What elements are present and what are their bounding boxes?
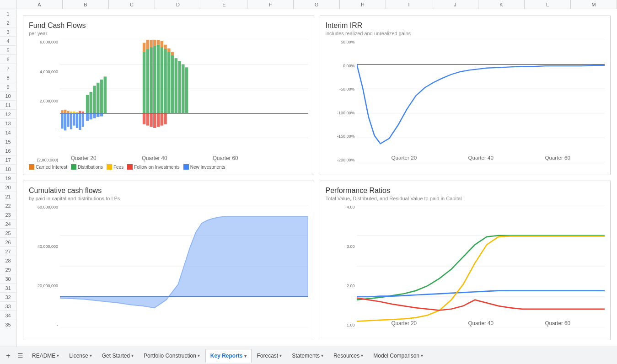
row-num-9[interactable]: 9 bbox=[0, 82, 16, 91]
col-header-G[interactable]: G bbox=[294, 0, 340, 9]
row-num-6[interactable]: 6 bbox=[0, 55, 16, 64]
col-header-D[interactable]: D bbox=[155, 0, 201, 9]
irr-svg: Quarter 20 Quarter 40 Quarter 60 bbox=[357, 40, 605, 162]
tab-dropdown-6[interactable]: ▾ bbox=[321, 353, 323, 358]
row-num-22[interactable]: 22 bbox=[0, 201, 16, 210]
tab-statements[interactable]: Statements ▾ bbox=[287, 349, 328, 363]
svg-rect-28 bbox=[90, 113, 92, 119]
row-num-27[interactable]: 27 bbox=[0, 247, 16, 256]
svg-rect-58 bbox=[157, 113, 160, 127]
row-num-5[interactable]: 5 bbox=[0, 46, 16, 55]
tab-dropdown-5[interactable]: ▾ bbox=[279, 353, 282, 358]
col-header-L[interactable]: L bbox=[525, 0, 571, 9]
row-num-12[interactable]: 12 bbox=[0, 110, 16, 119]
col-header-J[interactable]: J bbox=[432, 0, 478, 9]
row-num-2[interactable]: 2 bbox=[0, 18, 16, 27]
tab-license[interactable]: License ▾ bbox=[64, 349, 96, 363]
performance-ratios-chart: Performance Ratios Total Value, Distribu… bbox=[320, 181, 611, 340]
svg-rect-43 bbox=[182, 64, 184, 113]
row-num-32[interactable]: 32 bbox=[0, 293, 16, 302]
add-tab-button[interactable]: + bbox=[2, 349, 15, 362]
perf-ratios-inner: 4.00 3.00 2.00 1.00 bbox=[326, 205, 605, 327]
row-num-14[interactable]: 14 bbox=[0, 128, 16, 137]
row-num-1[interactable]: 1 bbox=[0, 9, 16, 18]
svg-rect-26 bbox=[104, 76, 107, 113]
svg-rect-57 bbox=[153, 113, 156, 128]
fund-cash-flows-chart: Fund Cash Flows per year 6,000,000 4,000… bbox=[23, 16, 314, 175]
tab-menu-button[interactable]: ☰ bbox=[15, 349, 26, 362]
row-num-35[interactable]: 35 bbox=[0, 320, 16, 329]
row-num-11[interactable]: 11 bbox=[0, 101, 16, 110]
svg-rect-16 bbox=[70, 112, 72, 113]
tab-dropdown-0[interactable]: ▾ bbox=[57, 353, 59, 358]
tab-dropdown-1[interactable]: ▾ bbox=[90, 353, 92, 358]
row-num-28[interactable]: 28 bbox=[0, 256, 16, 265]
row-num-34[interactable]: 34 bbox=[0, 311, 16, 320]
row-num-25[interactable]: 25 bbox=[0, 229, 16, 238]
row-num-19[interactable]: 19 bbox=[0, 174, 16, 183]
cumulative-cf-subtitle: by paid in capital and distributions to … bbox=[29, 196, 308, 201]
svg-rect-14 bbox=[64, 110, 66, 113]
svg-text:Quarter 20: Quarter 20 bbox=[71, 155, 97, 161]
col-header-A[interactable]: A bbox=[16, 0, 63, 9]
perf-ratios-title: Performance Ratios bbox=[326, 187, 605, 195]
row-num-8[interactable]: 8 bbox=[0, 73, 16, 82]
tab-key-reports[interactable]: Key Reports ▾ bbox=[205, 349, 252, 363]
cumcf-svg bbox=[60, 205, 308, 327]
row-num-21[interactable]: 21 bbox=[0, 192, 16, 201]
row-num-30[interactable]: 30 bbox=[0, 274, 16, 284]
col-header-B[interactable]: B bbox=[63, 0, 109, 9]
tab-dropdown-7[interactable]: ▾ bbox=[361, 353, 363, 358]
row-numbers: 1234567891011121314151617181920212223242… bbox=[0, 9, 16, 347]
row-num-23[interactable]: 23 bbox=[0, 210, 16, 219]
perf-y-axis: 4.00 3.00 2.00 1.00 bbox=[326, 205, 357, 327]
row-num-24[interactable]: 24 bbox=[0, 219, 16, 229]
tab-portfolio-construction[interactable]: Portfolio Construction ▾ bbox=[139, 349, 204, 363]
tab-resources[interactable]: Resources ▾ bbox=[329, 349, 368, 363]
col-header-H[interactable]: H bbox=[340, 0, 386, 9]
tab-dropdown-3[interactable]: ▾ bbox=[198, 353, 200, 358]
row-num-33[interactable]: 33 bbox=[0, 302, 16, 311]
row-num-7[interactable]: 7 bbox=[0, 64, 16, 73]
svg-rect-19 bbox=[79, 111, 81, 113]
legend-distributions: Distributions bbox=[71, 164, 103, 170]
tab-model-comparison[interactable]: Model Comparison ▾ bbox=[369, 349, 428, 363]
col-header-E[interactable]: E bbox=[201, 0, 247, 9]
svg-rect-30 bbox=[97, 113, 99, 117]
fund-cf-legend: Carried Interest Distributions Fees bbox=[29, 164, 308, 170]
row-num-31[interactable]: 31 bbox=[0, 284, 16, 293]
row-num-3[interactable]: 3 bbox=[0, 27, 16, 37]
row-num-10[interactable]: 10 bbox=[0, 91, 16, 101]
tab-get-started[interactable]: Get Started ▾ bbox=[97, 349, 138, 363]
row-num-13[interactable]: 13 bbox=[0, 119, 16, 128]
interim-irr-subtitle: includes realized and unrealized gains bbox=[326, 31, 605, 36]
row-num-4[interactable]: 4 bbox=[0, 37, 16, 46]
col-header-M[interactable]: M bbox=[571, 0, 617, 9]
svg-rect-56 bbox=[150, 113, 152, 127]
legend-fees: Fees bbox=[107, 164, 123, 170]
col-header-C[interactable]: C bbox=[109, 0, 155, 9]
svg-rect-32 bbox=[143, 52, 145, 113]
row-num-18[interactable]: 18 bbox=[0, 165, 16, 174]
cum-cf-plot bbox=[60, 205, 308, 327]
row-num-20[interactable]: 20 bbox=[0, 183, 16, 192]
svg-rect-45 bbox=[143, 43, 145, 52]
svg-rect-48 bbox=[153, 40, 156, 46]
row-num-26[interactable]: 26 bbox=[0, 238, 16, 247]
svg-rect-52 bbox=[167, 48, 170, 52]
content-area: Fund Cash Flows per year 6,000,000 4,000… bbox=[16, 9, 617, 347]
col-header-I[interactable]: I bbox=[386, 0, 432, 9]
col-header-F[interactable]: F bbox=[247, 0, 294, 9]
svg-rect-15 bbox=[67, 111, 70, 113]
row-num-17[interactable]: 17 bbox=[0, 155, 16, 165]
tab-dropdown-8[interactable]: ▾ bbox=[421, 353, 423, 358]
tab-dropdown-4[interactable]: ▾ bbox=[244, 353, 247, 359]
row-num-29[interactable]: 29 bbox=[0, 265, 16, 274]
tab-readme[interactable]: README ▾ bbox=[27, 349, 64, 363]
row-num-15[interactable]: 15 bbox=[0, 137, 16, 146]
col-header-K[interactable]: K bbox=[478, 0, 525, 9]
row-num-16[interactable]: 16 bbox=[0, 146, 16, 155]
svg-rect-29 bbox=[93, 113, 96, 118]
tab-forecast[interactable]: Forecast ▾ bbox=[252, 349, 287, 363]
tab-dropdown-2[interactable]: ▾ bbox=[131, 353, 134, 358]
